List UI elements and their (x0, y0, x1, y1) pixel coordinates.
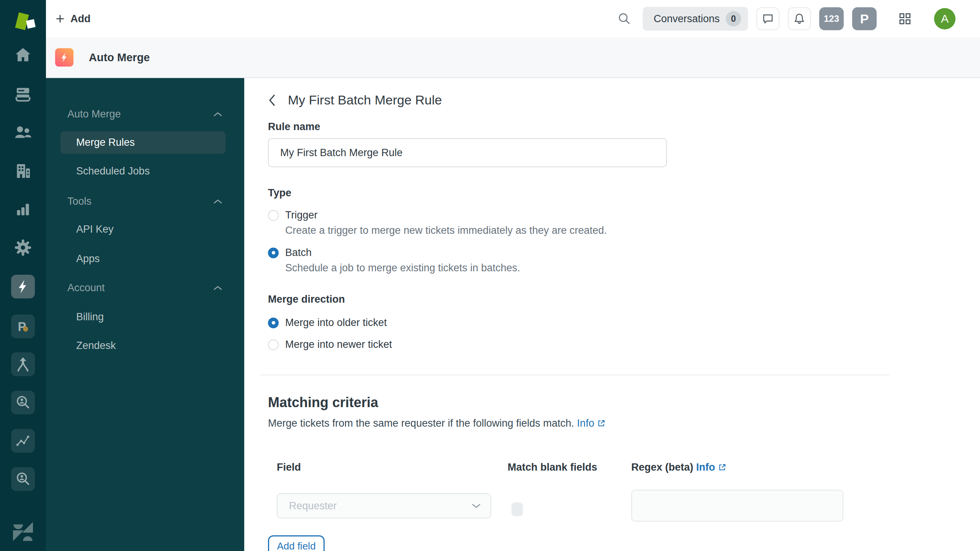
external-link-icon (718, 463, 727, 471)
criteria-table: Field Match blank fields Regex (beta) In… (277, 461, 980, 522)
sidebar-user-search-button[interactable] (0, 391, 46, 414)
field-select[interactable]: Requester (277, 493, 491, 518)
rule-name-input[interactable] (268, 138, 667, 167)
merge-direction-label: Merge direction (268, 293, 980, 305)
conversations-count-badge: 0 (726, 11, 741, 26)
app-title: Auto Merge (89, 51, 150, 64)
matching-criteria-heading: Matching criteria (268, 395, 980, 411)
nav-section-tools[interactable]: Tools (67, 196, 223, 207)
bell-icon (793, 12, 806, 25)
zendesk-logo-button[interactable] (0, 520, 46, 543)
numbers-app-badge[interactable]: 123 (819, 7, 844, 30)
sidebar-item-billing[interactable]: Billing (67, 311, 223, 323)
p-app-badge[interactable]: P (852, 7, 877, 30)
top-header: Add Conversations 0 123 P (46, 0, 980, 37)
lightning-icon (59, 52, 70, 63)
brand-logo[interactable] (0, 8, 46, 31)
organizations-icon (13, 161, 33, 181)
regex-info-link[interactable]: Info (696, 461, 727, 473)
sidebar-item-api-key[interactable]: API Key (67, 223, 223, 235)
nav-section-label: Tools (67, 196, 91, 207)
sidebar-merge-tool-button[interactable] (0, 352, 46, 376)
auto-merge-app-tile (55, 48, 74, 67)
radio-trigger[interactable] (268, 210, 279, 221)
messaging-button[interactable] (756, 7, 779, 30)
info-link[interactable]: Info (577, 417, 606, 429)
brand-logo-white-shape (26, 19, 36, 29)
p-app-icon: P (14, 318, 32, 335)
chevron-up-icon (213, 285, 223, 291)
nav-section-label: Auto Merge (67, 108, 121, 120)
icon-rail: P (0, 0, 46, 551)
sidebar-settings-button[interactable] (0, 237, 46, 258)
sidebar-item-scheduled-jobs[interactable]: Scheduled Jobs (67, 165, 223, 177)
main-content: My First Batch Merge Rule Rule name Type… (244, 78, 980, 551)
chevron-up-icon (213, 199, 223, 205)
chat-bubble-icon (762, 13, 774, 25)
lightning-icon (15, 278, 31, 295)
notifications-button[interactable] (788, 7, 811, 30)
sidebar-trends-button[interactable] (0, 429, 46, 453)
nav-section-label: Account (67, 282, 105, 294)
reporting-icon (13, 200, 33, 219)
conversations-label: Conversations (653, 13, 720, 25)
sidebar-reporting-button[interactable] (0, 200, 46, 219)
radio-trigger-description: Create a trigger to merge new tickets im… (285, 225, 980, 236)
sidebar-user-search-2-button[interactable] (0, 467, 46, 491)
sidebar-item-apps[interactable]: Apps (67, 253, 223, 265)
back-button[interactable] (268, 93, 276, 107)
sidebar-p-app-button[interactable]: P (0, 315, 46, 338)
sidebar-item-zendesk[interactable]: Zendesk (67, 340, 223, 352)
add-button-label: Add (70, 13, 90, 25)
sidebar-auto-merge-button[interactable] (0, 275, 46, 298)
sidebar-organizations-button[interactable] (0, 161, 46, 181)
merge-arrows-icon (14, 355, 32, 373)
chevron-up-icon (213, 111, 223, 117)
section-divider (260, 375, 889, 375)
page-title: My First Batch Merge Rule (288, 93, 442, 108)
field-column-header: Field (277, 461, 508, 473)
settings-icon (13, 237, 33, 258)
zendesk-logo-icon (11, 520, 35, 543)
regex-input[interactable] (631, 490, 843, 522)
nav-section-account[interactable]: Account (67, 282, 223, 294)
radio-batch[interactable] (268, 248, 279, 258)
nav-section-auto-merge[interactable]: Auto Merge (67, 108, 223, 120)
search-icon[interactable] (617, 11, 632, 26)
match-blank-column-header: Match blank fields (508, 461, 631, 473)
home-icon (13, 45, 33, 65)
sidebar-customers-button[interactable] (0, 122, 46, 143)
sidebar-tickets-button[interactable] (0, 84, 46, 104)
radio-merge-newer[interactable] (268, 339, 279, 350)
plus-icon (55, 14, 65, 24)
user-search-icon (14, 470, 32, 488)
add-field-button[interactable]: Add field (268, 535, 325, 551)
secondary-sidebar: Auto Merge Merge Rules Scheduled Jobs To… (46, 78, 244, 551)
conversations-button[interactable]: Conversations 0 (643, 7, 748, 31)
grid-icon (898, 12, 912, 26)
radio-batch-description: Schedule a job to merge existing tickets… (285, 262, 980, 274)
sidebar-home-button[interactable] (0, 45, 46, 65)
external-link-icon (597, 419, 606, 427)
tickets-icon (13, 84, 33, 104)
customers-icon (13, 122, 33, 143)
radio-merge-newer-label: Merge into newer ticket (285, 339, 392, 350)
product-switcher-button[interactable] (898, 12, 912, 26)
avatar[interactable]: A (934, 8, 956, 29)
regex-column-header: Regex (beta) Info (631, 461, 899, 473)
radio-trigger-label: Trigger (285, 209, 318, 221)
sidebar-item-merge-rules[interactable]: Merge Rules (60, 131, 225, 154)
rule-name-label: Rule name (268, 121, 980, 133)
chevron-down-icon (471, 503, 481, 509)
match-blank-checkbox[interactable] (511, 502, 523, 516)
matching-criteria-description: Merge tickets from the same requester if… (268, 417, 574, 429)
add-button[interactable]: Add (55, 13, 90, 25)
radio-merge-older-label: Merge into older ticket (285, 317, 387, 329)
user-search-icon (14, 394, 32, 411)
radio-batch-label: Batch (285, 247, 312, 259)
app-bar: Auto Merge (46, 37, 980, 78)
field-select-value: Requester (289, 500, 471, 512)
trend-lines-icon (14, 432, 32, 450)
radio-merge-older[interactable] (268, 318, 279, 328)
type-label: Type (268, 187, 980, 199)
